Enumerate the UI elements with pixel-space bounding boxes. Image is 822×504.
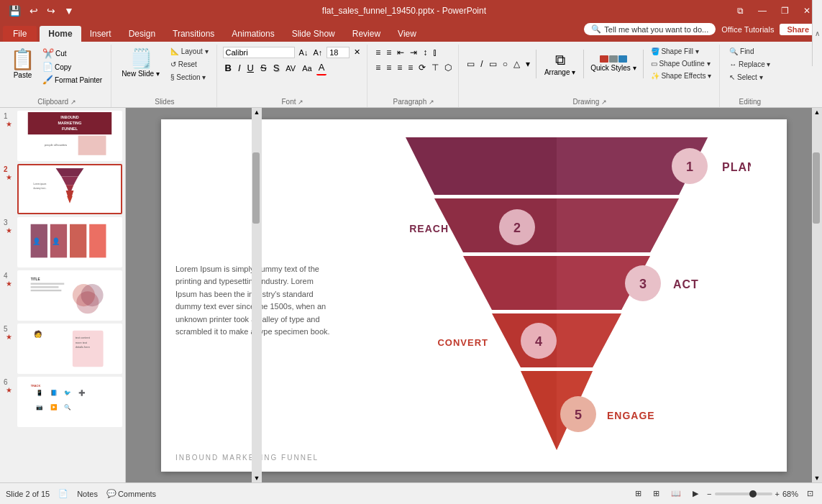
align-right-button[interactable]: ≡ bbox=[395, 61, 404, 74]
reset-button[interactable]: ↺ Reset bbox=[167, 59, 212, 70]
slide-img-1[interactable]: INBOUND MARKETING FUNNEL people silhouet… bbox=[17, 111, 122, 161]
slide-img-2[interactable]: Lorem ipsum dummy text... bbox=[17, 164, 122, 214]
tab-home[interactable]: Home bbox=[40, 26, 81, 42]
shape-triangle[interactable]: △ bbox=[511, 58, 522, 70]
arrange-button[interactable]: ⧉ Arrange ▾ bbox=[540, 50, 580, 78]
strikethrough-button[interactable]: S bbox=[258, 61, 269, 75]
decrease-indent-button[interactable]: ⇤ bbox=[395, 46, 406, 59]
shadow-button[interactable]: S bbox=[271, 61, 282, 75]
align-center-button[interactable]: ≡ bbox=[384, 61, 393, 74]
section-button[interactable]: § Section ▾ bbox=[167, 72, 212, 83]
slide-thumbnail-5[interactable]: 5 ★ 🧑 text content more text details her… bbox=[3, 324, 122, 374]
slide-sorter-button[interactable]: ⊞ bbox=[650, 487, 662, 500]
cut-button[interactable]: ✂️Cut bbox=[41, 47, 104, 60]
underline-button[interactable]: U bbox=[245, 61, 256, 75]
tab-transitions[interactable]: Transitions bbox=[164, 26, 223, 42]
zoom-slider-thumb[interactable] bbox=[749, 490, 757, 498]
zoom-control[interactable]: − + 68% bbox=[707, 490, 798, 498]
slide-thumbnail-4[interactable]: 4 ★ TITLE bbox=[3, 270, 122, 321]
slide-img-4[interactable]: TITLE bbox=[17, 270, 122, 321]
font-color-button[interactable]: A bbox=[316, 60, 327, 75]
smartart-button[interactable]: ⬡ bbox=[442, 61, 454, 74]
slide-img-6[interactable]: TRACK 📱 📘 🐦 📷 ▶️ 🔍 ➕ bbox=[17, 377, 122, 427]
tab-slideshow[interactable]: Slide Show bbox=[283, 26, 344, 42]
tab-view[interactable]: View bbox=[389, 26, 425, 42]
tab-design[interactable]: Design bbox=[120, 26, 164, 42]
scroll-up-right-button[interactable]: ▲ bbox=[813, 108, 821, 116]
bold-button[interactable]: B bbox=[223, 61, 234, 75]
quick-styles-button[interactable]: Quick Styles ▾ bbox=[588, 54, 639, 73]
fit-slide-button[interactable]: ⊡ bbox=[804, 487, 816, 500]
slide-thumbnail-1[interactable]: 1 ★ INBOUND MARKETING FUNNEL people silh… bbox=[3, 111, 122, 161]
zoom-slider[interactable] bbox=[715, 492, 772, 495]
scroll-thumb[interactable] bbox=[252, 152, 260, 224]
shape-rect2[interactable]: ▭ bbox=[487, 58, 499, 70]
decrease-font-button[interactable]: A↓ bbox=[297, 47, 311, 58]
collapse-ribbon-button[interactable]: ∧ bbox=[812, 0, 822, 66]
office-tutorials-link[interactable]: Office Tutorials bbox=[721, 25, 774, 34]
save-icon[interactable]: 💾 bbox=[6, 4, 24, 18]
select-button[interactable]: ↖ Select ▾ bbox=[726, 72, 766, 83]
font-size-input[interactable]: 18 bbox=[326, 47, 350, 58]
align-text-button[interactable]: ⊤ bbox=[429, 61, 441, 74]
notes-button[interactable]: Notes bbox=[77, 490, 98, 498]
scroll-up-button[interactable]: ▲ bbox=[252, 108, 261, 116]
slide-thumbnail-6[interactable]: 6 ★ TRACK 📱 📘 🐦 📷 ▶️ 🔍 ➕ bbox=[3, 377, 122, 427]
customize-icon[interactable]: ▼ bbox=[61, 4, 77, 18]
restore-button[interactable]: ❐ bbox=[775, 4, 795, 17]
slide-img-5[interactable]: 🧑 text content more text details here bbox=[17, 324, 122, 374]
paste-button[interactable]: 📋 Paste bbox=[7, 46, 38, 87]
undo-icon[interactable]: ↩ bbox=[27, 4, 41, 18]
slide-thumbnail-3[interactable]: 3 ★ 👤 👤 bbox=[3, 217, 122, 267]
scroll-down-button[interactable]: ▼ bbox=[252, 474, 261, 482]
shape-more[interactable]: ▾ bbox=[524, 58, 532, 70]
slide-thumbnail-2[interactable]: 2 ★ Lorem ipsum dummy text... bbox=[3, 164, 122, 214]
increase-indent-button[interactable]: ⇥ bbox=[408, 46, 419, 59]
increase-font-button[interactable]: A↑ bbox=[311, 47, 324, 58]
layout-button[interactable]: 📐 Layout ▾ bbox=[167, 46, 212, 57]
line-spacing-button[interactable]: ↕ bbox=[421, 46, 429, 59]
vertical-scrollbar-right[interactable]: ▲ ▼ bbox=[812, 108, 822, 482]
slide-img-3[interactable]: 👤 👤 bbox=[17, 217, 122, 267]
align-left-button[interactable]: ≡ bbox=[373, 61, 383, 74]
justify-button[interactable]: ≡ bbox=[406, 61, 415, 74]
comments-button[interactable]: 💬 Comments bbox=[106, 489, 156, 498]
tab-insert[interactable]: Insert bbox=[81, 26, 120, 42]
numbered-list-button[interactable]: ≡ bbox=[384, 46, 393, 59]
zoom-out-button[interactable]: − bbox=[707, 490, 711, 498]
italic-button[interactable]: I bbox=[236, 61, 243, 75]
shape-rect[interactable]: ▭ bbox=[465, 58, 477, 70]
minimize-button[interactable]: — bbox=[752, 4, 772, 17]
char-spacing-button[interactable]: AV bbox=[283, 63, 298, 74]
columns-button[interactable]: ⫿ bbox=[431, 46, 439, 59]
redo-icon[interactable]: ↪ bbox=[44, 4, 58, 18]
scroll-thumb-right[interactable] bbox=[813, 152, 820, 224]
text-direction-button[interactable]: ⟳ bbox=[416, 61, 428, 74]
tab-animations[interactable]: Animations bbox=[223, 26, 283, 42]
scroll-down-right-button[interactable]: ▼ bbox=[813, 474, 821, 482]
font-name-input[interactable]: Calibri bbox=[223, 47, 295, 58]
shape-outline-button[interactable]: ▭ Shape Outline ▾ bbox=[647, 58, 716, 69]
share-button[interactable]: Share bbox=[780, 24, 816, 35]
tab-file[interactable]: File bbox=[3, 26, 37, 42]
slideshow-button[interactable]: ▶ bbox=[690, 487, 701, 500]
tab-review[interactable]: Review bbox=[344, 26, 389, 42]
replace-button[interactable]: ↔ Replace ▾ bbox=[726, 59, 774, 70]
search-box[interactable]: 🔍 Tell me what you want to do... bbox=[584, 23, 716, 35]
shape-line[interactable]: / bbox=[478, 58, 485, 70]
bullet-list-button[interactable]: ≡ bbox=[373, 46, 383, 59]
format-painter-button[interactable]: 🖌️Format Painter bbox=[41, 74, 104, 86]
window-mode-icon[interactable]: ⧉ bbox=[731, 4, 749, 17]
vertical-scrollbar-left[interactable]: ▲ ▼ bbox=[252, 108, 262, 482]
shape-fill-button[interactable]: 🪣 Shape Fill ▾ bbox=[647, 46, 716, 57]
zoom-in-button[interactable]: + bbox=[775, 490, 780, 498]
new-slide-button[interactable]: 🗒️ New Slide ▾ bbox=[117, 46, 164, 83]
normal-view-button[interactable]: ⊞ bbox=[632, 487, 644, 500]
shape-circle[interactable]: ○ bbox=[501, 58, 510, 70]
find-button[interactable]: 🔍 Find bbox=[726, 46, 757, 57]
change-case-button[interactable]: Aa bbox=[300, 63, 314, 74]
copy-button[interactable]: 📄Copy bbox=[41, 61, 104, 73]
reading-view-button[interactable]: 📖 bbox=[668, 487, 684, 500]
shape-effects-button[interactable]: ✨ Shape Effects ▾ bbox=[647, 70, 716, 81]
clear-formatting-button[interactable]: ✕ bbox=[352, 46, 362, 58]
